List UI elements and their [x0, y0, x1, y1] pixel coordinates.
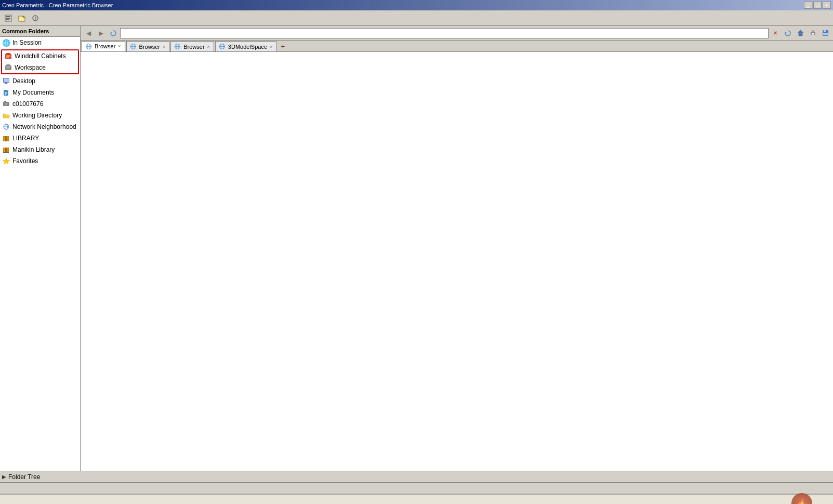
svg-rect-3	[6, 19, 9, 20]
sidebar-item-desktop-label: Desktop	[12, 77, 35, 85]
title-bar-title: Creo Parametric - Creo Parametric Browse…	[2, 2, 113, 8]
svg-rect-45	[812, 34, 814, 34]
svg-rect-35	[5, 148, 7, 152]
sidebar-item-library[interactable]: LIBRARY	[0, 132, 80, 144]
sidebar-item-windchill-cabinets[interactable]: Windchill Cabinets	[2, 50, 78, 62]
my-documents-icon	[2, 88, 10, 97]
svg-rect-43	[812, 30, 814, 32]
status-bar	[0, 482, 833, 494]
address-refresh-button[interactable]	[782, 28, 794, 39]
watermark: 🔥 野火论坛 www.proewildfire.cn	[781, 493, 823, 505]
svg-rect-21	[5, 92, 7, 92]
sidebar-item-windchill-label: Windchill Cabinets	[15, 52, 66, 60]
svg-rect-33	[3, 141, 9, 141]
sidebar-item-favorites-label: Favorites	[12, 157, 38, 165]
toolbar-btn-2[interactable]	[16, 12, 28, 24]
tab-4-close[interactable]: ×	[269, 44, 273, 49]
svg-rect-22	[5, 93, 7, 94]
main-container: Common Folders 🌐 In Session Windchill Ca…	[0, 26, 833, 471]
folder-tree-toggle-icon: ▶	[2, 474, 6, 480]
svg-rect-1	[6, 16, 10, 17]
print-button[interactable]	[807, 28, 818, 39]
browser-right-buttons: ✕	[770, 28, 831, 39]
favorites-icon	[2, 157, 10, 165]
sidebar-item-desktop[interactable]: Desktop	[0, 75, 80, 87]
svg-rect-34	[3, 148, 5, 152]
svg-rect-30	[3, 136, 5, 141]
windchill-cabinets-icon	[4, 52, 12, 60]
tab-1-label: Browser	[95, 43, 115, 49]
svg-rect-11	[6, 57, 9, 58]
sidebar-item-my-documents-label: My Documents	[12, 89, 54, 96]
tab-browser-2[interactable]: Browser ×	[126, 41, 170, 51]
svg-rect-31	[5, 136, 7, 141]
svg-rect-50	[823, 33, 828, 35]
svg-rect-18	[5, 83, 7, 84]
svg-rect-23	[5, 94, 6, 95]
sidebar-item-my-documents[interactable]: My Documents	[0, 87, 80, 98]
sidebar-item-manikin-library-label: Manikin Library	[12, 146, 55, 153]
workspace-icon	[4, 63, 12, 72]
sidebar-item-working-directory[interactable]: Working Directory	[0, 110, 80, 121]
sidebar-item-workspace[interactable]: Workspace	[2, 62, 78, 73]
address-bar[interactable]	[120, 28, 769, 38]
save-button[interactable]	[819, 28, 831, 39]
svg-rect-8	[6, 53, 10, 55]
close-button[interactable]: ×	[823, 2, 831, 9]
sidebar-item-manikin-library[interactable]: Manikin Library	[0, 144, 80, 155]
sidebar-item-network-neighborhood[interactable]: Network Neighborhood	[0, 121, 80, 132]
svg-marker-41	[798, 30, 803, 36]
sidebar-item-c01007676-label: c01007676	[12, 100, 43, 108]
tab-2-label: Browser	[139, 44, 160, 50]
tabs-bar: Browser × Browser × Browser ×	[81, 41, 833, 52]
title-bar-controls: _ □ ×	[804, 2, 831, 9]
sidebar-item-c01007676[interactable]: c01007676	[0, 98, 80, 110]
tab-3-close[interactable]: ×	[207, 44, 210, 49]
browser-content	[81, 52, 833, 471]
working-directory-icon	[2, 111, 10, 120]
forward-button[interactable]: ▶	[95, 28, 107, 39]
add-tab-button[interactable]: +	[277, 41, 288, 51]
home-button[interactable]	[795, 28, 806, 39]
browser-area: ◀ ▶ ✕	[81, 26, 833, 471]
desktop-icon	[2, 77, 10, 85]
c01007676-icon	[2, 100, 10, 108]
svg-rect-2	[6, 18, 10, 19]
tab-3-icon	[174, 43, 181, 50]
tab-3dmodelspace[interactable]: 3DModelSpace ×	[215, 41, 276, 51]
common-folders-title: Common Folders	[0, 26, 80, 37]
tab-1-icon	[85, 43, 92, 50]
toolbar-btn-1[interactable]	[2, 12, 15, 24]
toolbar-btn-3[interactable]	[29, 12, 42, 24]
windchill-group: Windchill Cabinets Workspace	[1, 49, 79, 74]
sidebar-item-favorites[interactable]: Favorites	[0, 155, 80, 167]
sidebar-item-network-neighborhood-label: Network Neighborhood	[12, 123, 76, 130]
svg-rect-37	[3, 152, 9, 153]
svg-rect-9	[6, 55, 10, 56]
svg-point-26	[5, 103, 7, 105]
refresh-icon[interactable]	[108, 28, 119, 39]
sidebar-item-working-directory-label: Working Directory	[12, 112, 62, 119]
stop-button[interactable]: ✕	[770, 28, 781, 39]
tab-1-close[interactable]: ×	[117, 44, 121, 49]
sidebar-item-in-session[interactable]: 🌐 In Session	[0, 37, 80, 48]
title-bar: Creo Parametric - Creo Parametric Browse…	[0, 0, 833, 10]
sidebar-item-in-session-label: In Session	[12, 39, 42, 46]
maximize-button[interactable]: □	[813, 2, 822, 9]
tab-browser-3[interactable]: Browser ×	[170, 41, 214, 51]
tab-2-close[interactable]: ×	[162, 44, 166, 49]
svg-rect-10	[6, 56, 10, 57]
back-button[interactable]: ◀	[83, 28, 94, 39]
folder-tree-section[interactable]: ▶ Folder Tree	[0, 471, 833, 482]
tab-3-label: Browser	[183, 44, 204, 50]
svg-point-6	[35, 19, 36, 20]
minimize-button[interactable]: _	[804, 2, 812, 9]
folder-tree-label: Folder Tree	[8, 473, 40, 481]
svg-marker-38	[3, 158, 10, 164]
svg-rect-36	[7, 148, 9, 152]
tab-2-icon	[130, 43, 137, 50]
svg-rect-13	[6, 64, 10, 66]
svg-rect-44	[812, 33, 814, 35]
svg-marker-40	[785, 32, 787, 33]
tab-browser-1[interactable]: Browser ×	[82, 41, 125, 51]
